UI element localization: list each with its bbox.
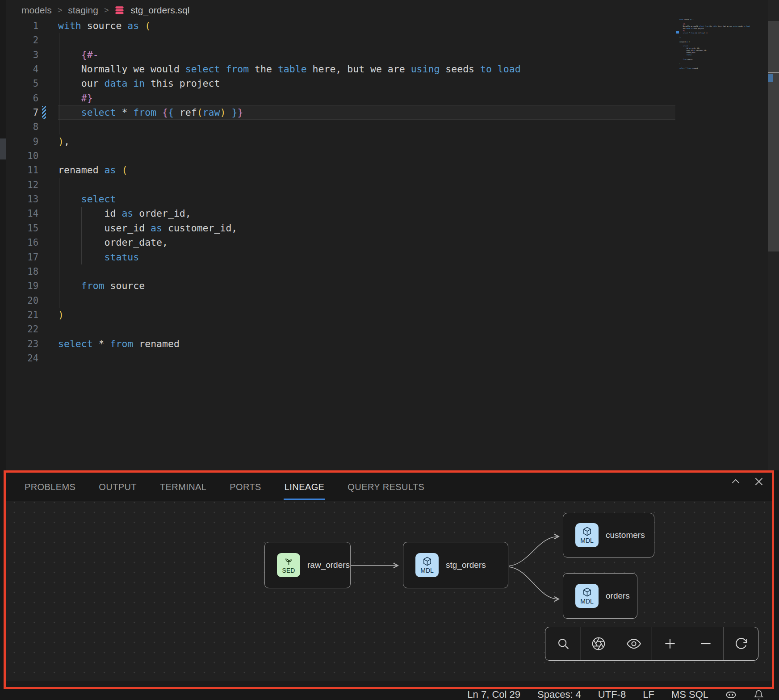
- status-item-1[interactable]: Spaces: 4: [537, 689, 581, 700]
- search-icon[interactable]: [557, 637, 570, 650]
- node-type-badge: MDL: [580, 537, 594, 544]
- line-number: 15: [0, 221, 38, 235]
- code-line[interactable]: 20: [0, 293, 768, 308]
- node-type-badge: MDL: [580, 598, 594, 605]
- code-text: our data in this project: [58, 76, 220, 91]
- code-editor[interactable]: 1with source as (23 {#-4 Normally we wou…: [0, 19, 768, 365]
- panel-tab-query-results[interactable]: QUERY RESULTS: [348, 482, 424, 492]
- indent-guide: [81, 207, 82, 264]
- line-number: 14: [0, 206, 38, 221]
- minimap-change-marker: [676, 31, 679, 34]
- code-line[interactable]: 1with source as (: [0, 19, 768, 33]
- refresh-icon[interactable]: [734, 637, 748, 651]
- minimap[interactable]: with source as ( {#- Normally we would s…: [679, 19, 756, 77]
- line-number: 8: [0, 120, 38, 134]
- toolbar-section: [545, 627, 581, 660]
- status-item-3[interactable]: LF: [643, 689, 654, 700]
- panel-close-icon[interactable]: [753, 476, 765, 487]
- node-label: raw_orders: [307, 560, 350, 570]
- indent-guide: [59, 33, 59, 134]
- scrollbar-thumb[interactable]: [768, 21, 779, 251]
- code-line[interactable]: 12: [0, 178, 768, 192]
- code-line[interactable]: 19 from source: [0, 279, 768, 293]
- code-text: #}: [58, 91, 93, 105]
- lineage-node-customers[interactable]: MDLcustomers: [563, 513, 654, 557]
- line-number: 4: [0, 62, 38, 76]
- code-line[interactable]: 10: [0, 149, 768, 163]
- code-text: {#-: [58, 48, 99, 62]
- panel-tab-lineage[interactable]: LINEAGE: [285, 482, 325, 492]
- zoom-out-icon[interactable]: [698, 636, 713, 651]
- panel-tab-problems[interactable]: PROBLEMS: [25, 482, 75, 492]
- code-line[interactable]: 5 our data in this project: [0, 76, 768, 91]
- lineage-node-stg_orders[interactable]: MDLstg_orders: [403, 542, 508, 588]
- breadcrumb-filename[interactable]: stg_orders.sql: [130, 5, 189, 16]
- lineage-node-orders[interactable]: MDLorders: [563, 573, 637, 619]
- code-line[interactable]: 11renamed as (: [0, 163, 768, 177]
- indent-guide: [59, 178, 59, 308]
- database-icon: [114, 5, 125, 15]
- zoom-in-icon[interactable]: [662, 636, 678, 651]
- code-text: ),: [58, 134, 70, 149]
- code-line[interactable]: 21): [0, 308, 768, 322]
- code-line[interactable]: 24: [0, 351, 768, 365]
- line-number: 12: [0, 178, 38, 192]
- code-text: renamed as (: [58, 163, 127, 177]
- panel-maximize-icon[interactable]: [730, 476, 741, 487]
- panel-tab-output[interactable]: OUTPUT: [99, 482, 137, 492]
- code-text: id as order_id,: [58, 206, 191, 221]
- lineage-toolbar: [545, 627, 758, 661]
- code-text: user_id as customer_id,: [58, 221, 237, 235]
- code-line[interactable]: 6 #}: [0, 91, 768, 105]
- line-number: 3: [0, 48, 38, 62]
- overview-ruler-change-marker: [768, 74, 773, 82]
- code-line[interactable]: 22: [0, 322, 768, 336]
- status-item-2[interactable]: UTF-8: [598, 689, 626, 700]
- code-line[interactable]: 3 {#-: [0, 48, 768, 62]
- editor-scrollbar[interactable]: [768, 0, 779, 470]
- code-line[interactable]: 4 Normally we would select from the tabl…: [0, 62, 768, 76]
- panel-tab-ports[interactable]: PORTS: [230, 482, 261, 492]
- code-line[interactable]: 23select * from renamed: [0, 337, 768, 351]
- lineage-canvas-edge: [6, 681, 772, 687]
- panel-tab-terminal[interactable]: TERMINAL: [160, 482, 206, 492]
- line-number: 24: [0, 351, 38, 365]
- copilot-icon[interactable]: [725, 689, 737, 700]
- code-line[interactable]: 2: [0, 33, 768, 47]
- breadcrumb-segment[interactable]: models: [21, 5, 52, 16]
- code-line[interactable]: 16 order_date,: [0, 235, 768, 250]
- code-line[interactable]: 18: [0, 264, 768, 279]
- model-icon: MDL: [575, 584, 599, 608]
- code-line[interactable]: 13 select: [0, 192, 768, 206]
- status-item-4[interactable]: MS SQL: [671, 689, 708, 700]
- line-number: 21: [0, 308, 38, 322]
- code-line[interactable]: 15 user_id as customer_id,: [0, 221, 768, 235]
- code-line[interactable]: 9),: [0, 134, 768, 149]
- line-number: 16: [0, 235, 38, 250]
- line-number: 19: [0, 279, 38, 293]
- line-number: 1: [0, 19, 38, 33]
- code-text: with source as (: [58, 19, 151, 33]
- status-item-0[interactable]: Ln 7, Col 29: [467, 689, 520, 700]
- panel-tab-bar: PROBLEMSOUTPUTTERMINALPORTSLINEAGEQUERY …: [25, 473, 424, 501]
- line-number: 9: [0, 134, 38, 149]
- code-text: select * from {{ ref(raw) }}: [58, 105, 243, 120]
- eye-icon[interactable]: [626, 636, 641, 651]
- line-number: 11: [0, 163, 38, 177]
- breadcrumb-segment[interactable]: staging: [68, 5, 98, 16]
- bell-icon[interactable]: [754, 690, 764, 700]
- code-line[interactable]: 14 id as order_id,: [0, 206, 768, 221]
- aperture-icon[interactable]: [591, 637, 606, 651]
- model-icon: MDL: [415, 553, 439, 577]
- code-line[interactable]: 8: [0, 120, 768, 134]
- breadcrumb[interactable]: models>staging>stg_orders.sql: [21, 4, 189, 17]
- code-text: ): [58, 308, 64, 322]
- lineage-node-raw_orders[interactable]: SEDraw_orders: [264, 542, 351, 588]
- breadcrumb-separator-icon: >: [104, 6, 109, 15]
- node-type-badge: SED: [282, 567, 295, 574]
- code-text: from source: [58, 279, 145, 293]
- toolbar-section: [724, 627, 758, 660]
- code-line[interactable]: 17 status: [0, 250, 768, 264]
- code-line[interactable]: 7 select * from {{ ref(raw) }}: [0, 105, 768, 120]
- line-number: 10: [0, 149, 38, 163]
